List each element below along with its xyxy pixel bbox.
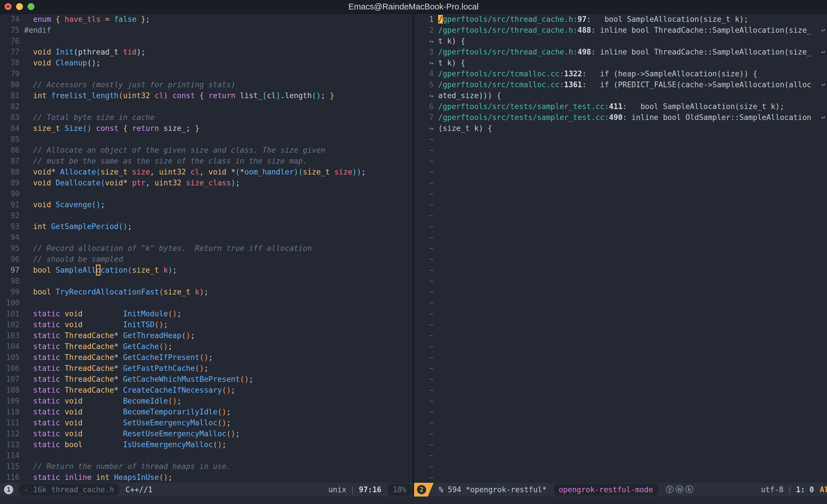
- code-line[interactable]: 83 // Total byte size in cache: [0, 112, 412, 123]
- empty-line[interactable]: ~: [414, 385, 827, 396]
- zoom-button[interactable]: [28, 3, 35, 10]
- empty-line[interactable]: ~: [414, 156, 827, 166]
- empty-line[interactable]: ~: [414, 352, 827, 363]
- code-line[interactable]: 106 static ThreadCache* GetFastPathCache…: [0, 363, 412, 374]
- empty-line[interactable]: ~: [414, 341, 827, 352]
- code-line[interactable]: 109 static void BecomeIdle();: [0, 396, 412, 406]
- code-line[interactable]: 116 static inline int HeapsInUse();: [0, 472, 412, 483]
- code-line[interactable]: 108 static ThreadCache* CreateCacheIfNec…: [0, 385, 412, 396]
- eol-indicator[interactable]: unix: [328, 485, 346, 494]
- buffer-name[interactable]: - 16k thread_cache.h: [19, 484, 119, 496]
- empty-line[interactable]: ~: [414, 461, 827, 472]
- encoding-indicator[interactable]: utf-8: [761, 485, 783, 494]
- empty-line[interactable]: ~: [414, 210, 827, 221]
- empty-line[interactable]: ~: [414, 417, 827, 428]
- empty-line[interactable]: ~: [414, 232, 827, 243]
- empty-line[interactable]: ~: [414, 297, 827, 308]
- code-line[interactable]: 101 static void InitModule();: [0, 308, 412, 319]
- empty-line[interactable]: ~: [414, 439, 827, 450]
- empty-line[interactable]: ~: [414, 428, 827, 439]
- code-line[interactable]: 113 static bool IsUseEmergencyMalloc();: [0, 439, 412, 450]
- empty-line[interactable]: ~: [414, 472, 827, 483]
- minimize-button[interactable]: [16, 3, 23, 10]
- code-line[interactable]: 78 void Cleanup();: [0, 57, 412, 68]
- code-line[interactable]: 96 // should be sampled: [0, 254, 412, 265]
- empty-line[interactable]: ~: [414, 145, 827, 156]
- code-line[interactable]: 84 size_t Size() const { return size_; }: [0, 123, 412, 134]
- result-continuation[interactable]: ↪(size_t k) {: [414, 123, 827, 134]
- code-line[interactable]: 112 static void ResetUseEmergencyMalloc(…: [0, 428, 412, 439]
- empty-line[interactable]: ~: [414, 363, 827, 374]
- code-line[interactable]: 103 static ThreadCache* GetThreadHeap();: [0, 330, 412, 341]
- empty-line[interactable]: ~: [414, 308, 827, 319]
- search-result-row[interactable]: 4/gperftools/src/tcmalloc.cc:1322: if (h…: [414, 68, 827, 79]
- search-result-row[interactable]: 1/gperftools/src/thread_cache.h:97: bool…: [414, 14, 827, 25]
- close-button[interactable]: [5, 3, 11, 10]
- code-line[interactable]: 110 static void BecomeTemporarilyIdle();: [0, 406, 412, 417]
- code-line[interactable]: 105 static ThreadCache* GetCacheIfPresen…: [0, 352, 412, 363]
- code-line[interactable]: 76: [0, 36, 412, 47]
- empty-line[interactable]: ~: [414, 188, 827, 199]
- code-line[interactable]: 85: [0, 134, 412, 145]
- code-line[interactable]: 80 // Accessors (mostly just for printin…: [0, 79, 412, 90]
- empty-line[interactable]: ~: [414, 330, 827, 341]
- code-line[interactable]: 88 void* Allocate(size_t size, uint32 cl…: [0, 166, 412, 178]
- empty-line[interactable]: ~: [414, 134, 827, 145]
- empty-line[interactable]: ~: [414, 199, 827, 210]
- echo-area[interactable]: [0, 497, 827, 504]
- empty-line[interactable]: ~: [414, 265, 827, 275]
- code-line[interactable]: 90: [0, 188, 412, 199]
- buffer-name[interactable]: % 594 *opengrok-restful*: [439, 485, 547, 494]
- code-line[interactable]: 77 void Init(pthread_t tid);: [0, 47, 412, 57]
- code-line[interactable]: 95 // Record allocation of "k" bytes. Re…: [0, 243, 412, 254]
- empty-line[interactable]: ~: [414, 396, 827, 406]
- empty-line[interactable]: ~: [414, 287, 827, 297]
- result-continuation[interactable]: ↪t k) {: [414, 36, 827, 47]
- opengrok-results-buffer[interactable]: 1/gperftools/src/thread_cache.h:97: bool…: [414, 14, 827, 483]
- code-line[interactable]: 98: [0, 275, 412, 287]
- code-line[interactable]: 82: [0, 101, 412, 112]
- search-result-row[interactable]: 2/gperftools/src/thread_cache.h:488: inl…: [414, 25, 827, 36]
- search-result-row[interactable]: 6/gperftools/src/tests/sampler_test.cc:4…: [414, 101, 827, 112]
- code-line[interactable]: 100: [0, 297, 412, 308]
- empty-line[interactable]: ~: [414, 450, 827, 461]
- empty-line[interactable]: ~: [414, 319, 827, 330]
- source-buffer[interactable]: 74 enum { have_tls = false };75#endif767…: [0, 14, 412, 483]
- empty-line[interactable]: ~: [414, 178, 827, 188]
- code-line[interactable]: 94: [0, 232, 412, 243]
- major-mode-indicator[interactable]: opengrok-restful-mode: [554, 484, 659, 496]
- code-line[interactable]: 99 bool TryRecordAllocationFast(size_t k…: [0, 287, 412, 297]
- code-line[interactable]: 89 void Deallocate(void* ptr, uint32 siz…: [0, 178, 412, 188]
- major-mode-indicator[interactable]: C++//1: [126, 485, 152, 494]
- search-result-row[interactable]: 7/gperftools/src/tests/sampler_test.cc:4…: [414, 112, 827, 123]
- code-line[interactable]: 81 int freelist_length(uint32 cl) const …: [0, 90, 412, 101]
- code-line[interactable]: 75#endif: [0, 25, 412, 36]
- code-line[interactable]: 91 void Scavenge();: [0, 199, 412, 210]
- search-result-row[interactable]: 5/gperftools/src/tcmalloc.cc:1361: if (P…: [414, 79, 827, 90]
- empty-line[interactable]: ~: [414, 243, 827, 254]
- empty-line[interactable]: ~: [414, 166, 827, 178]
- code-line[interactable]: 104 static ThreadCache* GetCache();: [0, 341, 412, 352]
- code-line[interactable]: 92: [0, 210, 412, 221]
- minor-mode-icons[interactable]: ⓨⓦⓚ: [666, 484, 695, 495]
- code-line[interactable]: 93 int GetSamplePeriod();: [0, 221, 412, 232]
- result-continuation[interactable]: ↪t k) {: [414, 57, 827, 68]
- window-number-badge[interactable]: 2: [417, 485, 426, 494]
- empty-line[interactable]: ~: [414, 275, 827, 287]
- code-line[interactable]: 87 // must be the same as the size of th…: [0, 156, 412, 166]
- code-line[interactable]: 86 // Allocate an object of the given si…: [0, 145, 412, 156]
- code-line[interactable]: 74 enum { have_tls = false };: [0, 14, 412, 25]
- code-line[interactable]: 102 static void InitTSD();: [0, 319, 412, 330]
- code-line[interactable]: 79: [0, 68, 412, 79]
- code-line[interactable]: 107 static ThreadCache* GetCacheWhichMus…: [0, 374, 412, 385]
- search-result-row[interactable]: 3/gperftools/src/thread_cache.h:498: inl…: [414, 47, 827, 57]
- empty-line[interactable]: ~: [414, 254, 827, 265]
- window-number-badge[interactable]: 1: [4, 485, 13, 494]
- empty-line[interactable]: ~: [414, 406, 827, 417]
- code-line[interactable]: 111 static void SetUseEmergencyMalloc();: [0, 417, 412, 428]
- empty-line[interactable]: ~: [414, 221, 827, 232]
- code-line[interactable]: 97 bool SampleAllocation(size_t k);: [0, 265, 412, 275]
- empty-line[interactable]: ~: [414, 374, 827, 385]
- code-line[interactable]: 115 // Return the number of thread heaps…: [0, 461, 412, 472]
- code-line[interactable]: 114: [0, 450, 412, 461]
